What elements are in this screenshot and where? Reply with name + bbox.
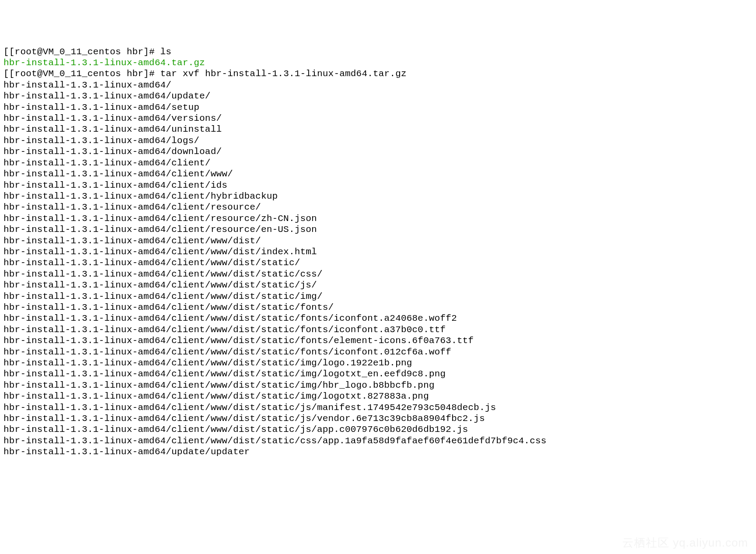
tar-output-line: hbr-install-1.3.1-linux-amd64/download/ [3,147,222,157]
prompt-close-bracket: ]# [143,69,155,79]
prompt-line-2: [[root@VM_0_11_centos hbr]# tar xvf hbr-… [3,69,407,79]
prompt-close-bracket: ]# [143,47,155,57]
tar-output-line: hbr-install-1.3.1-linux-amd64/client/www… [3,336,474,346]
tar-output-line: hbr-install-1.3.1-linux-amd64/client/www… [3,436,547,446]
tar-output-line: hbr-install-1.3.1-linux-amd64/client/www… [3,380,435,390]
prompt-user: root [15,69,37,79]
tar-output-line: hbr-install-1.3.1-linux-amd64/client/www… [3,236,261,246]
tar-output-line: hbr-install-1.3.1-linux-amd64/client/ids [3,180,227,190]
tar-output-line: hbr-install-1.3.1-linux-amd64/client/www… [3,347,451,357]
tar-output-line: hbr-install-1.3.1-linux-amd64/client/www… [3,358,412,368]
prompt-at: @ [37,69,43,79]
command-tar: tar xvf hbr-install-1.3.1-linux-amd64.ta… [160,69,407,79]
prompt-open-bracket: [[ [3,69,15,79]
tar-output-line: hbr-install-1.3.1-linux-amd64/client/www… [3,280,317,290]
prompt-host: VM_0_11_centos [43,69,121,79]
tar-output: hbr-install-1.3.1-linux-amd64/ hbr-insta… [3,80,547,457]
tar-output-line: hbr-install-1.3.1-linux-amd64/client/www… [3,313,457,323]
tar-output-line: hbr-install-1.3.1-linux-amd64/client/hyb… [3,191,278,201]
command-ls: ls [160,47,172,57]
tar-output-line: hbr-install-1.3.1-linux-amd64/client/ [3,158,211,168]
tar-output-line: hbr-install-1.3.1-linux-amd64/client/www… [3,369,446,379]
prompt-host: VM_0_11_centos [43,47,121,57]
prompt-open-bracket: [[ [3,47,15,57]
tar-output-line: hbr-install-1.3.1-linux-amd64/client/www… [3,424,468,435]
tar-output-line: hbr-install-1.3.1-linux-amd64/logs/ [3,136,199,146]
watermark: 云栖社区 yq.aliyun.com [622,536,748,537]
prompt-cwd: hbr [127,47,143,57]
tar-output-line: hbr-install-1.3.1-linux-amd64/ [3,80,171,90]
tar-output-line: hbr-install-1.3.1-linux-amd64/client/www… [3,258,300,268]
tar-output-line: hbr-install-1.3.1-linux-amd64/client/www… [3,169,233,179]
tar-output-line: hbr-install-1.3.1-linux-amd64/client/www… [3,247,317,257]
prompt-at: @ [37,47,43,57]
tar-output-line: hbr-install-1.3.1-linux-amd64/client/www… [3,391,429,401]
tar-output-line: hbr-install-1.3.1-linux-amd64/client/www… [3,325,446,335]
tar-output-line: hbr-install-1.3.1-linux-amd64/client/www… [3,269,323,279]
ls-output-file: hbr-install-1.3.1-linux-amd64.tar.gz [3,58,205,68]
tar-output-line: hbr-install-1.3.1-linux-amd64/client/res… [3,202,261,212]
tar-output-line: hbr-install-1.3.1-linux-amd64/client/www… [3,302,334,312]
tar-output-line: hbr-install-1.3.1-linux-amd64/update/ [3,91,211,101]
tar-output-line: hbr-install-1.3.1-linux-amd64/client/www… [3,414,485,424]
prompt-cwd: hbr [127,69,143,79]
tar-output-line: hbr-install-1.3.1-linux-amd64/client/www… [3,291,323,302]
tar-output-line: hbr-install-1.3.1-linux-amd64/uninstall [3,124,222,134]
terminal-output[interactable]: [[root@VM_0_11_centos hbr]# ls hbr-insta… [3,46,753,458]
tar-output-line: hbr-install-1.3.1-linux-amd64/setup [3,102,199,112]
tar-output-line: hbr-install-1.3.1-linux-amd64/client/res… [3,214,317,224]
tar-output-line: hbr-install-1.3.1-linux-amd64/client/www… [3,403,496,413]
tar-output-line: hbr-install-1.3.1-linux-amd64/update/upd… [3,447,250,457]
prompt-user: root [15,47,37,57]
tar-output-line: hbr-install-1.3.1-linux-amd64/versions/ [3,113,222,123]
tar-output-line: hbr-install-1.3.1-linux-amd64/client/res… [3,224,317,235]
prompt-line-1: [[root@VM_0_11_centos hbr]# ls [3,47,171,57]
